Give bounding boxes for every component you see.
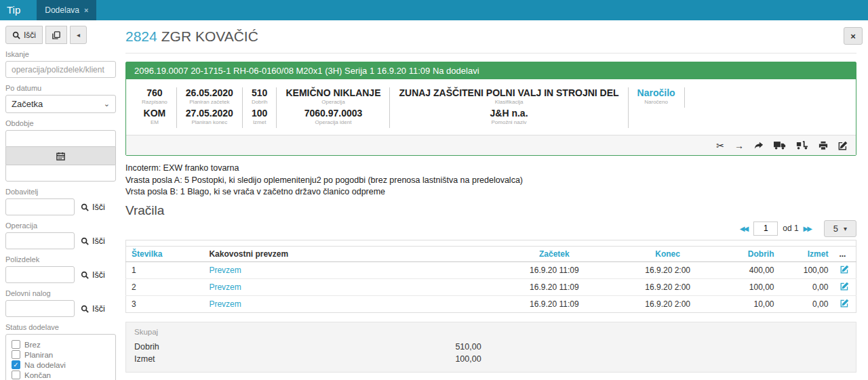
order-card: 2096.19.0007 20-1715-1 RH-06-0160/08 M20… [125, 62, 856, 156]
delovni-nalog-input[interactable] [5, 300, 75, 317]
checkbox-na-dodelavi[interactable] [12, 360, 20, 369]
summary-izmet-value: 100,00 [455, 353, 481, 365]
arrow-right-icon[interactable]: → [734, 141, 744, 150]
narocilo-link[interactable]: Naročilo [637, 87, 675, 98]
truck-icon[interactable] [774, 141, 786, 150]
cell-izmet: 0,00 [780, 278, 834, 295]
polizdelek-search-button[interactable]: Išči [81, 270, 105, 280]
col-kakovostni-prevzem: Kakovostni prevzem [203, 246, 495, 261]
cell-izmet: 0,00 [780, 295, 834, 312]
row-edit-icon[interactable] [840, 282, 849, 291]
delovni-nalog-label: Delovni nalog [5, 289, 116, 297]
col-konec[interactable]: Konec [614, 246, 722, 261]
first-page-icon[interactable]: ◀◀ [740, 225, 749, 232]
obdobje-group [5, 130, 116, 182]
summary-dobrih-label: Dobrih [134, 341, 455, 353]
dobavitelj-search-button[interactable]: Išči [81, 203, 105, 212]
po-datumu-select[interactable]: Začetka ⌄ [5, 95, 116, 113]
calendar-icon [56, 152, 65, 161]
copy-button[interactable] [45, 26, 67, 44]
page-size-value: 5 [833, 224, 838, 234]
stat-col-results: 510 Dobrih 100 Izmet [243, 87, 277, 128]
truck-loading-icon[interactable] [796, 141, 808, 150]
stat-em-label: EM [142, 119, 167, 125]
iskanje-input[interactable] [5, 61, 116, 78]
table-row: 3 Prevzem 16.9.20 11:09 16.9.20 2:00 10,… [126, 295, 856, 312]
page-size-select[interactable]: 5 ▾ [824, 220, 856, 237]
stat-zacetek-value: 26.05.2020 [186, 87, 233, 98]
prevzem-link[interactable]: Prevzem [209, 266, 241, 275]
operacija-search-button[interactable]: Išči [81, 236, 105, 246]
obdobje-label: Obdobje [5, 119, 116, 127]
cell-dobrih: 10,00 [722, 295, 780, 312]
dobavitelj-input[interactable] [5, 198, 75, 215]
order-name: ZGR KOVAČIĆ [161, 28, 258, 44]
summary-title: Skupaj [134, 328, 848, 336]
note-vrsta-posla-a: Vrasta posla A: 5 Postopki, ki sledijo o… [125, 175, 856, 187]
last-page-icon[interactable]: ▶▶ [804, 225, 812, 232]
status-filter-box: Brez Planiran Na dodelavi Končan [5, 334, 116, 380]
operacija-search-label: Išči [92, 236, 105, 246]
cell-dobrih: 100,00 [722, 278, 780, 295]
search-icon [81, 203, 89, 211]
row-edit-icon[interactable] [840, 299, 849, 308]
stat-zacetek-label: Planiran začetek [186, 99, 233, 105]
search-button[interactable]: Išči [5, 26, 43, 44]
stat-col-order: Naročilo Naročeno [629, 87, 685, 108]
checkbox-koncan[interactable] [12, 371, 20, 379]
table-row: 2 Prevzem 16.9.20 11:09 16.9.20 2:00 100… [126, 278, 856, 295]
obdobje-to-input[interactable] [5, 165, 116, 182]
forward-arrow-icon[interactable] [754, 141, 764, 150]
iskanje-label: Iskanje [5, 50, 116, 58]
status-dodelave-label: Status dodelave [5, 323, 116, 331]
table-row: 1 Prevzem 16.9.20 11:09 16.9.20 2:00 400… [126, 261, 856, 278]
summary-dobrih-value: 510,00 [455, 341, 481, 353]
col-zacetek[interactable]: Začetek [495, 246, 614, 261]
polizdelek-label: Polizdelek [5, 255, 116, 263]
stat-izmet-value: 100 [252, 108, 268, 119]
cell-zacetek: 16.9.20 11:09 [495, 278, 614, 295]
stat-dobrih-label: Dobrih [252, 99, 268, 105]
checkbox-na-dodelavi-label: Na dodelavi [24, 361, 66, 369]
checkbox-brez[interactable] [12, 340, 20, 349]
col-izmet[interactable]: Izmet [780, 246, 834, 261]
dobavitelj-label: Dobavitelj [5, 188, 116, 196]
scissors-icon[interactable]: ✂ [716, 141, 724, 150]
calendar-button[interactable] [5, 147, 116, 165]
printer-icon[interactable] [818, 141, 828, 150]
stat-operacija-ident-label: Operacija ident [285, 119, 380, 125]
edit-icon[interactable] [838, 141, 848, 150]
order-notes: Incoterm: EXW franko tovarna Vrasta posl… [125, 163, 856, 198]
cell-stevilka: 1 [126, 261, 204, 278]
delovni-nalog-search-button[interactable]: Išči [81, 304, 105, 314]
note-vrsta-posla-b: Vrsta posla B: 1 Blago, ki se vrača v za… [125, 186, 856, 198]
stat-col-dates: 26.05.2020 Planiran začetek 27.05.2020 P… [177, 87, 243, 128]
chevron-left-icon: ◂ [77, 31, 80, 39]
col-stevilka[interactable]: Številka [126, 246, 204, 261]
checkbox-koncan-label: Končan [24, 371, 51, 379]
note-incoterm: Incoterm: EXW franko tovarna [125, 163, 856, 175]
chevron-down-icon: ⌄ [104, 100, 110, 108]
col-dobrih[interactable]: Dobrih [722, 246, 780, 261]
page-number-input[interactable] [753, 221, 778, 236]
order-number-link[interactable]: 2824 [125, 28, 157, 44]
collapse-button[interactable]: ◂ [70, 26, 87, 44]
checkbox-planiran[interactable] [12, 350, 20, 359]
prevzem-link[interactable]: Prevzem [209, 299, 241, 309]
filter-sidebar: Išči ◂ Iskanje Po datumu Začetka ⌄ Obdob… [5, 26, 116, 380]
stat-klasifikacija-label: Klasifikacija [399, 99, 618, 105]
table-header-row: Številka Kakovostni prevzem Začetek Kone… [126, 246, 856, 261]
stat-col-classification: ZUNAJ ZAŠČITENI POLNI VALJ IN STROJNI DE… [390, 87, 628, 128]
prevzem-link[interactable]: Prevzem [209, 282, 241, 292]
summary-box: Skupaj Dobrih 510,00 Izmet 100,00 [125, 322, 856, 373]
search-button-label: Išči [24, 30, 36, 40]
stat-operacija-value: KEMIČNO NIKLANJE [285, 87, 380, 98]
row-edit-icon[interactable] [840, 265, 849, 274]
tab-dodelava[interactable]: Dodelava × [37, 0, 96, 20]
operacija-input[interactable] [5, 232, 75, 249]
obdobje-from-input[interactable] [5, 130, 116, 147]
sidebar-toolbar: Išči ◂ [5, 26, 116, 44]
tab-close-icon[interactable]: × [84, 6, 88, 14]
stat-naroceno-label: Naročeno [637, 99, 675, 105]
polizdelek-input[interactable] [5, 266, 75, 283]
